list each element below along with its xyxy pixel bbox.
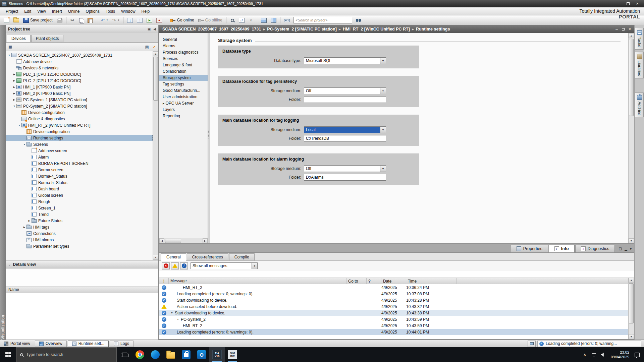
breadcrumb-item[interactable]: SCADA SCREEN_20250407_1607_20250409_1731 [162, 27, 261, 32]
message-row[interactable]: ✓Loading completed (errors: 0; warnings:… [159, 329, 634, 335]
tree-item[interactable]: Borma screen [6, 167, 153, 173]
copy-button[interactable] [77, 16, 85, 24]
side-tab-libraries[interactable]: Libraries [635, 52, 644, 78]
tree-view-options-button[interactable]: ▦ [8, 45, 12, 49]
chevron-down-icon[interactable]: ⌄ [8, 262, 11, 266]
download-to-device-button[interactable] [125, 16, 135, 24]
settings-nav-storage-system[interactable]: Storage system [159, 75, 208, 81]
message-cell[interactable]: Loading completed (errors: 0; warnings: … [169, 292, 346, 296]
portal-tab-logs[interactable]: Logs [110, 341, 133, 347]
tree-item[interactable]: Dash board [6, 186, 153, 192]
tree-item[interactable]: ▶Future Status [6, 218, 153, 224]
pin-panel-button[interactable]: ▣ [148, 27, 151, 31]
chevron-down-icon[interactable]: ▼ [252, 262, 258, 269]
message-row[interactable]: ✓HMI_RT_24/9/202510:36:24 PM [159, 284, 634, 291]
tree-item[interactable]: BORMA REPORT SCREEN [6, 160, 153, 167]
action-center-button[interactable] [633, 347, 642, 362]
tia-portal-taskbar-button[interactable]: TIAV18 [209, 347, 225, 362]
message-row[interactable]: ✓▼Start downloading to device.4/9/202510… [159, 310, 634, 316]
stop-runtime-button[interactable] [155, 16, 164, 24]
start-button[interactable] [0, 347, 16, 362]
scroll-down-icon[interactable]: ▼ [153, 255, 158, 260]
filter-errors-button[interactable]: × [162, 262, 170, 269]
menu-insert[interactable]: Insert [49, 8, 65, 15]
details-name-column-header[interactable]: Name [6, 287, 158, 293]
redo-button[interactable]: ↷▼ [111, 16, 121, 24]
settings-nav-tag-settings[interactable]: Tag settings [159, 81, 208, 87]
message-cell[interactable]: Action canceled before download. [169, 304, 346, 309]
message-filter-dropdown[interactable]: Show all messages ▼ [191, 262, 258, 269]
column-header-?[interactable]: ? [367, 278, 381, 284]
filter-warnings-button[interactable]: ! [171, 262, 179, 269]
scroll-down-icon[interactable]: ▼ [629, 334, 634, 339]
runtime-monitor-button[interactable] [528, 341, 536, 347]
tree-item[interactable]: Runtime settings [6, 135, 153, 141]
clear-button[interactable]: × [247, 16, 255, 24]
dropdown-value[interactable]: Off [304, 165, 380, 172]
message-scrollbar[interactable]: ▲ ▼ [628, 278, 634, 339]
new-project-button[interactable] [2, 16, 11, 24]
file-explorer-taskbar-button[interactable] [163, 347, 178, 362]
settings-nav-user-administration[interactable]: User administration [159, 94, 208, 100]
upload-from-device-button[interactable] [135, 16, 144, 24]
tree-expander-icon[interactable]: ▶ [22, 226, 26, 229]
edge-taskbar-button[interactable] [148, 347, 163, 362]
tree-item[interactable]: Global screen [6, 192, 153, 198]
tree-expander-icon[interactable]: ▼ [17, 124, 21, 126]
tree-item[interactable]: Device configuration [6, 128, 153, 135]
scrollbar-thumb[interactable] [153, 57, 158, 101]
menu-view[interactable]: View [34, 8, 49, 15]
column-header-date[interactable]: Date [381, 278, 406, 284]
side-tab-addins[interactable]: Add-ins [635, 93, 644, 118]
menu-window[interactable]: Window [118, 8, 139, 15]
scroll-up-icon[interactable]: ▲ [629, 33, 634, 38]
tree-item[interactable]: Add new screen [6, 147, 153, 154]
tree-expander-icon[interactable]: ▼ [7, 54, 11, 56]
window-maximize-button[interactable] [623, 0, 633, 7]
print-button[interactable] [55, 16, 64, 24]
dropdown-value[interactable]: Microsoft SQL [304, 57, 380, 64]
tree-item[interactable]: Rough [6, 198, 153, 205]
tree-expander-icon[interactable]: ▶ [12, 92, 16, 95]
paste-button[interactable] [86, 16, 95, 24]
chevron-down-icon[interactable]: ▼ [380, 126, 386, 133]
dropdown-value[interactable]: Local [304, 126, 380, 133]
column-header-go-to[interactable]: Go to [346, 278, 367, 284]
tree-item[interactable]: Connections [6, 230, 153, 237]
scroll-up-icon[interactable]: ▲ [153, 51, 158, 56]
go-offline-button[interactable]: Go offline [197, 16, 224, 24]
split-editor-horizontal-button[interactable] [259, 16, 268, 24]
tree-item[interactable]: Borma-4_Status [6, 173, 153, 179]
message-cell[interactable]: Start downloading to device. [169, 298, 346, 303]
tree-expander-icon[interactable]: ▶ [27, 220, 32, 222]
inspector-menu-button[interactable]: ▾ [630, 247, 632, 251]
tree-item[interactable]: ▶PLC_1 [CPU 1214C DC/DC/DC] [6, 71, 153, 77]
tree-expander-icon[interactable]: ▶ [12, 73, 16, 76]
settings-nav-opc-ua-server[interactable]: ▶OPC UA Server [159, 100, 208, 107]
chevron-down-icon[interactable]: ▼ [380, 57, 386, 64]
tree-expander-icon[interactable]: ▶ [12, 79, 16, 82]
scroll-right-icon[interactable]: ▶ [203, 238, 208, 243]
simatic-rt-taskbar-button[interactable]: SIMRW [225, 347, 240, 362]
menu-tools[interactable]: Tools [103, 8, 118, 15]
settings-nav-services[interactable]: Services [159, 56, 208, 62]
tab-plant-objects[interactable]: Plant objects [31, 35, 64, 42]
tree-item[interactable]: Devices & networks [6, 65, 153, 71]
tree-expander-icon[interactable]: ▼ [22, 143, 26, 145]
message-cell[interactable]: ▼Start downloading to device. [169, 311, 346, 315]
message-row[interactable]: !Action canceled before download.4/9/202… [159, 303, 634, 310]
task-view-button[interactable] [117, 347, 132, 362]
tree-item[interactable]: Online & diagnostics [6, 116, 153, 122]
menu-online[interactable]: Online [65, 8, 83, 15]
tree-item[interactable]: ▼PC-System_2 [SIMATIC PC station] [6, 103, 153, 109]
scrollbar-thumb[interactable] [165, 239, 181, 243]
settings-nav-good-manufacturin-[interactable]: Good Manufacturin... [159, 87, 208, 94]
tree-item[interactable]: ▼HMI_RT_2 [WinCC Unified PC RT] [6, 122, 153, 128]
tree-item[interactable]: ▶HMI tags [6, 224, 153, 230]
tree-expander-icon[interactable]: ▶ [12, 99, 16, 101]
text-input[interactable] [304, 135, 386, 142]
tab-devices[interactable]: Devices [7, 35, 31, 42]
text-input[interactable] [304, 96, 386, 103]
virtual-keyboard-button[interactable] [282, 16, 291, 24]
scroll-down-icon[interactable]: ▼ [629, 238, 634, 243]
